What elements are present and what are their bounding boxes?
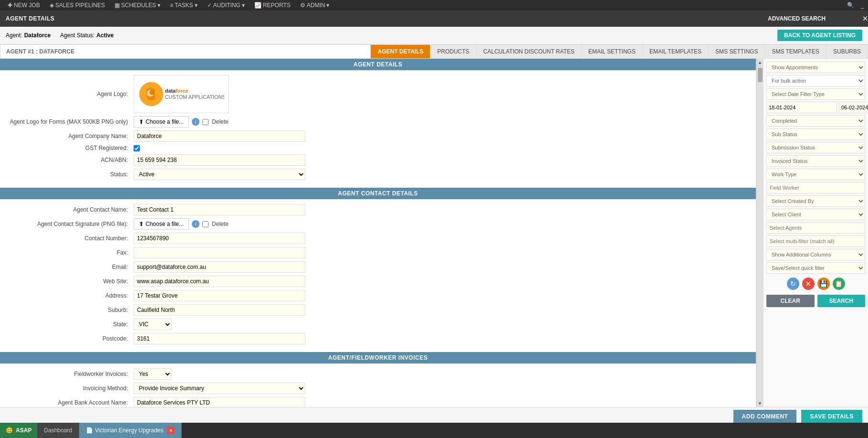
taskbar: 😊 ASAP Dashboard 📄 Victorian Energy Upgr… (0, 423, 868, 438)
right-sidebar: Show Appointments For bulk action Select… (763, 59, 868, 407)
tab-products[interactable]: PRODUCTS (430, 45, 476, 58)
nav-auditing[interactable]: ✓ AUDITING ▾ (203, 1, 249, 10)
search-button[interactable]: SEARCH (817, 295, 866, 307)
agent-invoices-form: Fieldworker Invoices: YesNo Invoicing Me… (0, 363, 756, 407)
acn-abn-row: ACN/ABN: (0, 154, 756, 166)
taskbar-tab-close-button[interactable]: ✕ (167, 427, 175, 434)
nav-tasks[interactable]: ≡ TASKS ▾ (166, 1, 201, 10)
scroll-up-icon[interactable]: ▲ (758, 59, 763, 66)
contact-signature-upload: ⬆ Choose a file... i Delete (134, 218, 229, 230)
tab-agent-details[interactable]: AGENT DETAILS (370, 45, 430, 58)
gst-registered-checkbox[interactable] (134, 145, 140, 151)
postcode-row: Postcode: (0, 333, 756, 344)
add-comment-button[interactable]: ADD COMMENT (733, 410, 797, 423)
clear-search-row: CLEAR SEARCH (766, 295, 865, 307)
contact-number-input[interactable] (134, 233, 305, 244)
search-icon[interactable]: 🔍 (844, 1, 857, 10)
vertical-scrollbar[interactable]: ▲ ▼ (756, 59, 763, 407)
nav-reports[interactable]: 📈 REPORTS (251, 1, 294, 10)
invoiced-status-select-dropdown[interactable]: Invoiced Status (766, 155, 865, 167)
nav-new-job[interactable]: ✚ NEW JOB (4, 1, 44, 10)
plus-icon: ✚ (8, 2, 12, 9)
invoicing-method-label: Invoicing Method: (10, 385, 134, 392)
contact-signature-label: Agent Contact Signature (PNG file): (10, 221, 134, 227)
save-details-button[interactable]: SAVE DETAILS (801, 410, 862, 423)
postcode-label: Postcode: (10, 335, 134, 342)
refresh-button[interactable]: ↻ (787, 278, 799, 290)
address-input[interactable] (134, 290, 305, 301)
invoicing-method-select[interactable]: Provide Invoice Summary Individual Invoi… (134, 383, 305, 394)
submission-status-dropdown[interactable]: Submission Status (766, 142, 865, 153)
suburb-input[interactable] (134, 304, 305, 316)
agent-contact-details-form: Agent Contact Name: Agent Contact Signat… (0, 199, 756, 352)
agent-contact-details-section-bar: AGENT CONTACT DETAILS (0, 188, 756, 199)
tab-email-templates[interactable]: EMAIL TEMPLATES (642, 45, 708, 58)
status-select[interactable]: Active Inactive (134, 169, 305, 180)
upload-icon: ⬆ (139, 221, 144, 227)
email-input[interactable] (134, 261, 305, 273)
tab-sms-templates[interactable]: SMS TEMPLATES (764, 45, 826, 58)
select-date-filter-type-dropdown[interactable]: Select Date Filter Type (766, 88, 865, 100)
agent-section-title: AGENT #1 : DATAFORCE (0, 48, 370, 55)
contact-name-input[interactable] (134, 204, 305, 215)
gear-icon: ⚙ (300, 2, 305, 9)
tab-sms-settings[interactable]: SMS SETTINGS (708, 45, 764, 58)
agent-logo-display: dataforce CUSTOM APPLICATIONS & DATA MAN… (134, 75, 229, 113)
scroll-thumb[interactable] (758, 68, 763, 82)
agent-logo-forms-label: Agent Logo for Forms (MAX 500KB PNG only… (10, 118, 134, 125)
date-to-input[interactable] (839, 102, 868, 113)
postcode-input[interactable] (134, 333, 305, 344)
export-button[interactable]: 📋 (833, 278, 845, 290)
fieldworker-invoices-select[interactable]: YesNo (134, 368, 172, 380)
contact-name-row: Agent Contact Name: (0, 204, 756, 215)
select-agents-input[interactable] (766, 222, 865, 234)
signature-info-icon[interactable]: i (192, 220, 199, 228)
save-select-quick-filter-dropdown[interactable]: Save/Select quick filter (766, 262, 865, 274)
clear-button[interactable]: CLEAR (766, 295, 815, 307)
state-select[interactable]: VICNSWQLDWASA (134, 319, 172, 330)
choose-file-button[interactable]: ⬆ Choose a file... (134, 116, 189, 128)
field-worker-input[interactable] (766, 182, 865, 193)
nav-sales-pipelines[interactable]: ◈ SALES PIPELINES (46, 1, 109, 10)
delete-checkbox[interactable] (202, 119, 209, 125)
info-icon[interactable]: i (192, 118, 199, 126)
show-additional-columns-dropdown[interactable]: Show Additional Columns (766, 249, 865, 260)
acn-abn-label: ACN/ABN: (10, 157, 134, 163)
advanced-search-close-icon[interactable]: ✕ (862, 15, 868, 22)
tab-email-settings[interactable]: EMAIL SETTINGS (581, 45, 642, 58)
scroll-down-icon[interactable]: ▼ (758, 400, 763, 407)
work-type-dropdown[interactable]: Work Type (766, 169, 865, 180)
agent-name: Dataforce (24, 32, 51, 39)
agent-logo-forms-row: Agent Logo for Forms (MAX 500KB PNG only… (0, 116, 756, 128)
taskbar-tab-victorian-energy[interactable]: 📄 Victorian Energy Upgrades ✕ (79, 423, 182, 438)
agent-company-name-input[interactable] (134, 130, 305, 142)
nav-schedules[interactable]: ▦ SCHEDULES ▾ (111, 1, 164, 10)
tab-suburbs[interactable]: SUBURBS (826, 45, 868, 58)
signature-delete-checkbox[interactable] (202, 221, 209, 227)
website-input[interactable] (134, 276, 305, 287)
tab-calculation-discount-rates[interactable]: CALCULATION DISCOUNT RATES (476, 45, 581, 58)
cancel-filter-button[interactable]: ✕ (802, 278, 815, 290)
acn-abn-input[interactable] (134, 154, 305, 166)
nav-admin[interactable]: ⚙ ADMIN ▾ (296, 1, 334, 10)
page-header: AGENT DETAILS (0, 11, 763, 27)
select-client-dropdown[interactable]: Select Client (766, 209, 865, 220)
agent-details-form: Agent Logo: dataforce CUSTOM APPLICATION… (0, 70, 756, 188)
agent-bank-account-label: Agent Bank Account Name: (10, 399, 134, 406)
select-created-by-dropdown[interactable]: Select Created By (766, 195, 865, 207)
sub-status-dropdown[interactable]: Sub Status (766, 128, 865, 140)
back-to-agent-listing-button[interactable]: BACK TO AGENT LISTING (777, 30, 862, 41)
save-filter-button[interactable]: 💾 (817, 278, 830, 290)
invoiced-status-dropdown[interactable]: Completed (766, 115, 865, 127)
website-row: Web Site: (0, 276, 756, 287)
agent-logo-label: Agent Logo: (10, 91, 134, 97)
taskbar-tab-dashboard[interactable]: Dashboard (37, 423, 79, 438)
show-appointments-dropdown[interactable]: Show Appointments (766, 62, 865, 73)
minimize-icon[interactable]: _ (861, 2, 864, 9)
signature-choose-file-button[interactable]: ⬆ Choose a file... (134, 218, 189, 230)
date-from-input[interactable] (766, 102, 837, 113)
select-multi-filter-input[interactable] (766, 235, 865, 247)
for-bulk-action-dropdown[interactable]: For bulk action (766, 75, 865, 86)
fax-input[interactable] (134, 247, 305, 258)
agent-bank-account-input[interactable] (134, 397, 305, 407)
